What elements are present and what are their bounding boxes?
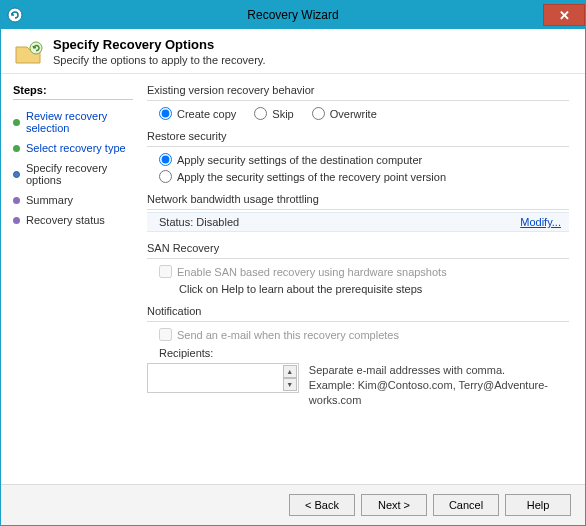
- close-button[interactable]: ✕: [543, 4, 585, 26]
- radio-create-copy-input[interactable]: [159, 107, 172, 120]
- wizard-header: Specify Recovery Options Specify the opt…: [1, 29, 585, 74]
- radio-security-destination[interactable]: Apply security settings of the destinati…: [159, 153, 569, 166]
- group-label: Restore security: [147, 130, 569, 142]
- recipients-input: ▲ ▼: [147, 363, 299, 393]
- san-help-text: Click on Help to learn about the prerequ…: [147, 283, 569, 295]
- existing-version-group: Existing version recovery behavior Creat…: [147, 84, 569, 120]
- radio-overwrite-input[interactable]: [312, 107, 325, 120]
- app-icon: [1, 1, 29, 29]
- page-title: Specify Recovery Options: [53, 37, 266, 52]
- cancel-button[interactable]: Cancel: [433, 494, 499, 516]
- notification-group: Notification Send an e-mail when this re…: [147, 305, 569, 408]
- title-bar: Recovery Wizard ✕: [1, 1, 585, 29]
- notification-email-checkbox-label: Send an e-mail when this recovery comple…: [147, 328, 399, 341]
- radio-security-recovery-point[interactable]: Apply the security settings of the recov…: [159, 170, 569, 183]
- step-label: Summary: [26, 194, 73, 206]
- help-button[interactable]: Help: [505, 494, 571, 516]
- step-bullet-todo-icon: [13, 197, 20, 204]
- step-link[interactable]: Review recovery selection: [26, 110, 133, 134]
- recipients-help: Separate e-mail addresses with comma. Ex…: [309, 363, 569, 408]
- throttling-group: Network bandwidth usage throttling Statu…: [147, 193, 569, 232]
- throttling-status: Status: Disabled: [159, 216, 239, 228]
- group-label: Network bandwidth usage throttling: [147, 193, 569, 205]
- close-icon: ✕: [559, 8, 570, 23]
- next-button[interactable]: Next >: [361, 494, 427, 516]
- radio-create-copy[interactable]: Create copy: [159, 107, 236, 120]
- radio-overwrite[interactable]: Overwrite: [312, 107, 377, 120]
- recipients-spin: ▲ ▼: [283, 365, 297, 391]
- step-recovery-status: Recovery status: [13, 210, 133, 230]
- group-label: Existing version recovery behavior: [147, 84, 569, 96]
- throttling-modify-link[interactable]: Modify...: [520, 216, 561, 228]
- steps-panel: Steps: Review recovery selection Select …: [1, 74, 139, 484]
- step-label: Specify recovery options: [26, 162, 133, 186]
- svg-point-0: [8, 8, 22, 22]
- san-enable-checkbox-label: Enable SAN based recovery using hardware…: [147, 265, 447, 278]
- step-summary: Summary: [13, 190, 133, 210]
- group-label: SAN Recovery: [147, 242, 569, 254]
- san-recovery-group: SAN Recovery Enable SAN based recovery u…: [147, 242, 569, 295]
- radio-skip-input[interactable]: [254, 107, 267, 120]
- steps-heading: Steps:: [13, 84, 133, 100]
- back-button[interactable]: < Back: [289, 494, 355, 516]
- step-label: Recovery status: [26, 214, 105, 226]
- step-link[interactable]: Select recovery type: [26, 142, 126, 154]
- chevron-down-icon: ▼: [283, 378, 297, 391]
- step-specify-recovery-options: Specify recovery options: [13, 158, 133, 190]
- radio-skip[interactable]: Skip: [254, 107, 293, 120]
- san-enable-checkbox: [159, 265, 172, 278]
- wizard-icon: [13, 37, 45, 69]
- step-bullet-done-icon: [13, 145, 20, 152]
- content-panel: Existing version recovery behavior Creat…: [139, 74, 585, 484]
- wizard-footer: < Back Next > Cancel Help: [1, 485, 585, 525]
- step-bullet-current-icon: [13, 171, 20, 178]
- notification-email-checkbox: [159, 328, 172, 341]
- group-label: Notification: [147, 305, 569, 317]
- window-title: Recovery Wizard: [1, 8, 585, 22]
- page-subtitle: Specify the options to apply to the reco…: [53, 54, 266, 66]
- step-select-recovery-type[interactable]: Select recovery type: [13, 138, 133, 158]
- chevron-up-icon: ▲: [283, 365, 297, 378]
- radio-security-destination-input[interactable]: [159, 153, 172, 166]
- step-review-recovery-selection[interactable]: Review recovery selection: [13, 106, 133, 138]
- restore-security-group: Restore security Apply security settings…: [147, 130, 569, 183]
- recipients-label: Recipients:: [147, 347, 569, 359]
- step-bullet-done-icon: [13, 119, 20, 126]
- radio-security-recovery-point-input[interactable]: [159, 170, 172, 183]
- step-bullet-todo-icon: [13, 217, 20, 224]
